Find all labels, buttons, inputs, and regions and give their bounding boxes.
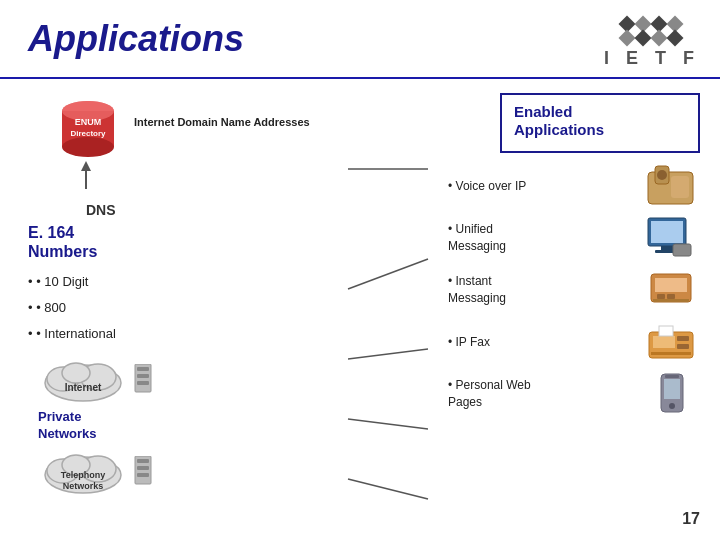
svg-text:Internet: Internet (65, 382, 102, 393)
dns-section: DNS (86, 201, 338, 219)
svg-rect-24 (137, 473, 149, 477)
e164-section: E. 164Numbers • 10 Digit • 800 • Interna… (28, 223, 338, 347)
fax-text: • IP Fax (448, 334, 630, 351)
svg-rect-12 (137, 367, 149, 371)
server-right (134, 456, 152, 486)
svg-point-9 (62, 363, 90, 383)
svg-point-2 (62, 137, 114, 157)
telephony-section: Telephony Networks (38, 445, 338, 497)
svg-rect-33 (671, 176, 689, 198)
svg-point-32 (657, 170, 667, 180)
server-left (134, 364, 152, 394)
svg-rect-49 (659, 326, 673, 336)
e164-item-800: • 800 (28, 295, 338, 321)
center-lines (338, 89, 438, 540)
diamond-8 (667, 30, 684, 47)
ietf-letters: I E T F (604, 48, 700, 69)
fax-svg (643, 318, 698, 366)
web-text: • Personal WebPages (448, 377, 630, 411)
internet-cloud-svg: Internet (38, 353, 128, 405)
arrow-up-svg (78, 161, 94, 189)
enum-box: ENUM Directory (58, 97, 118, 161)
enum-section: ENUM Directory Internet Domain Name Addr… (58, 97, 338, 161)
voip-text: • Voice over IP (448, 178, 630, 195)
diamond-7 (651, 30, 668, 47)
e164-list: • 10 Digit • 800 • International (28, 269, 338, 347)
phone-svg (643, 162, 698, 210)
svg-rect-41 (657, 294, 665, 299)
e164-item-intl: • International (28, 321, 338, 347)
e164-item-10digit: • 10 Digit (28, 269, 338, 295)
svg-rect-14 (137, 381, 149, 385)
svg-text:Networks: Networks (63, 481, 104, 491)
private-label: PrivateNetworks (38, 409, 338, 443)
computer-device (640, 213, 700, 263)
diamond-5 (619, 30, 636, 47)
svg-line-28 (348, 419, 428, 429)
diamond-6 (635, 30, 652, 47)
svg-rect-45 (653, 336, 675, 348)
svg-line-27 (348, 349, 428, 359)
svg-rect-46 (677, 336, 689, 341)
svg-text:Telephony: Telephony (61, 470, 105, 480)
unified-text: • UnifiedMessaging (448, 221, 630, 255)
page-number: 17 (682, 510, 700, 528)
app-row-instant: • InstantMessaging (448, 265, 700, 315)
svg-rect-38 (673, 244, 691, 256)
app-row-fax: • IP Fax (448, 317, 700, 367)
svg-rect-48 (651, 352, 691, 355)
instant-text: • InstantMessaging (448, 273, 630, 307)
app-row-voip: • Voice over IP (448, 161, 700, 211)
handheld-device (640, 265, 700, 315)
svg-rect-36 (661, 246, 673, 250)
logo-diamonds (621, 18, 683, 44)
private-networks-section: PrivateNetworks (38, 409, 338, 443)
dns-label: DNS (86, 202, 116, 218)
internet-section: Internet (38, 353, 338, 405)
app-row-web: • Personal WebPages (448, 369, 700, 419)
svg-rect-51 (664, 379, 680, 399)
left-panel: ENUM Directory Internet Domain Name Addr… (28, 89, 338, 540)
mobile-device (640, 369, 700, 419)
svg-rect-22 (137, 459, 149, 463)
svg-rect-42 (667, 294, 675, 299)
mobile-svg (643, 370, 698, 418)
svg-rect-13 (137, 374, 149, 378)
svg-rect-35 (651, 221, 683, 243)
directory-label: Directory (58, 129, 118, 139)
ietf-logo: I E T F (604, 18, 700, 69)
svg-rect-47 (677, 344, 689, 349)
svg-line-26 (348, 259, 428, 289)
computer-svg (643, 214, 698, 262)
svg-marker-5 (81, 161, 91, 171)
app-items-list: • Voice over IP • UnifiedMessaging (448, 161, 700, 419)
fax-device (640, 317, 700, 367)
page-title: Applications (28, 18, 244, 60)
right-panel: EnabledApplications • Voice over IP (438, 89, 700, 540)
enabled-apps-box: EnabledApplications (500, 93, 700, 153)
svg-rect-53 (665, 375, 679, 378)
internet-domain-label: Internet Domain Name Addresses (134, 115, 310, 130)
handheld-svg (643, 266, 698, 314)
main-content: ENUM Directory Internet Domain Name Addr… (0, 79, 720, 540)
e164-title: E. 164Numbers (28, 223, 338, 261)
svg-rect-43 (653, 299, 689, 302)
connection-lines (338, 89, 438, 519)
app-row-unified: • UnifiedMessaging (448, 213, 700, 263)
svg-line-29 (348, 479, 428, 499)
svg-rect-40 (655, 278, 687, 292)
arrow-up-container (78, 161, 338, 193)
phone-device (640, 161, 700, 211)
svg-rect-23 (137, 466, 149, 470)
svg-point-52 (669, 403, 675, 409)
enabled-apps-title: EnabledApplications (514, 103, 686, 139)
page-header: Applications I E T F (0, 0, 720, 79)
telephony-cloud-svg: Telephony Networks (38, 445, 128, 497)
enum-label: ENUM (58, 117, 118, 128)
